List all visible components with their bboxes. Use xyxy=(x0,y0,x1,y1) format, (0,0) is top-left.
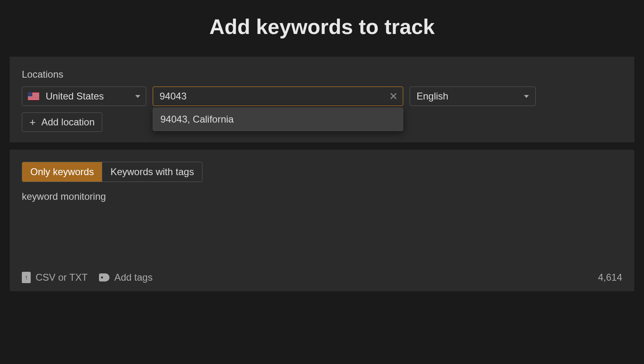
language-select[interactable]: English xyxy=(410,87,536,106)
tag-icon xyxy=(99,273,109,281)
location-suggestion[interactable]: 94043, California xyxy=(153,108,403,131)
tab-keywords-with-tags[interactable]: Keywords with tags xyxy=(102,162,202,182)
page-title: Add keywords to track xyxy=(0,0,644,57)
us-flag-icon xyxy=(28,92,39,100)
upload-label: CSV or TXT xyxy=(36,272,88,283)
add-location-label: Add location xyxy=(41,116,95,128)
country-select[interactable]: United States xyxy=(22,87,146,106)
upload-icon xyxy=(22,272,31,283)
tab-group: Only keywords Keywords with tags xyxy=(22,162,202,182)
plus-icon: + xyxy=(29,117,36,127)
add-tags-button[interactable]: Add tags xyxy=(99,272,153,283)
panel-footer: CSV or TXT Add tags 4,614 xyxy=(22,272,622,283)
language-value: English xyxy=(417,91,448,102)
clear-icon[interactable]: ✕ xyxy=(388,91,399,102)
location-input-wrap: ✕ 94043, California xyxy=(153,87,403,106)
country-value: United States xyxy=(46,91,104,102)
chevron-down-icon xyxy=(135,95,140,98)
locations-label: Locations xyxy=(22,69,622,80)
keywords-textarea[interactable]: keyword monitoring xyxy=(22,191,622,264)
tab-only-keywords[interactable]: Only keywords xyxy=(22,162,102,182)
chevron-down-icon xyxy=(524,95,529,98)
keyword-count: 4,614 xyxy=(598,272,622,283)
locations-row: United States ✕ 94043, California Englis… xyxy=(22,87,622,106)
add-location-button[interactable]: + Add location xyxy=(22,112,102,132)
add-tags-label: Add tags xyxy=(114,272,153,283)
location-input[interactable] xyxy=(153,87,403,106)
keywords-panel: Only keywords Keywords with tags keyword… xyxy=(10,150,634,291)
location-dropdown: 94043, California xyxy=(153,108,403,131)
upload-button[interactable]: CSV or TXT xyxy=(22,272,88,283)
locations-panel: Locations United States ✕ 94043, Califor… xyxy=(10,57,634,142)
